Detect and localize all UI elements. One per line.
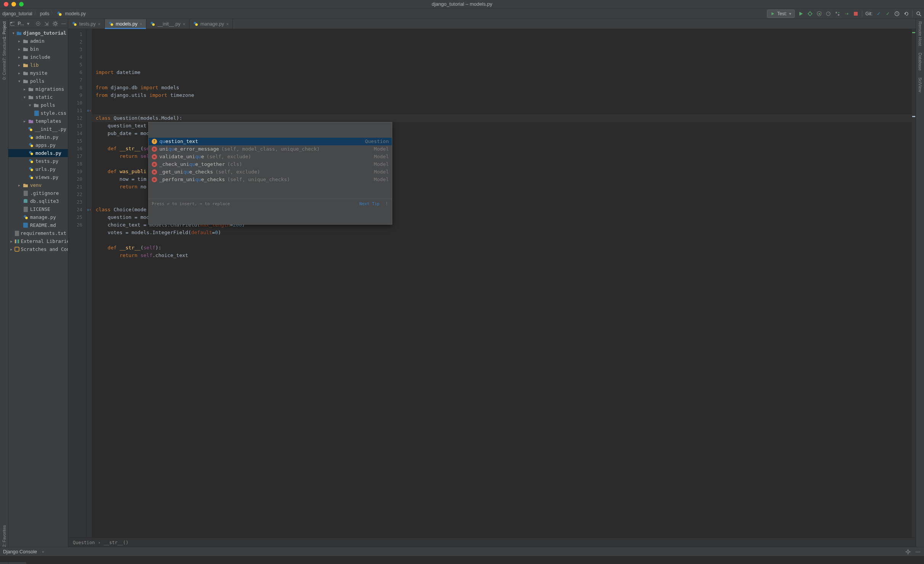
project-tree[interactable]: ▾django_tutorial▸admin▸bin▸include▸lib▸m… bbox=[8, 28, 68, 547]
editor-breadcrumb[interactable]: Question › __str__() bbox=[68, 538, 916, 547]
expand-all-icon[interactable]: ⇲ bbox=[44, 21, 49, 27]
tree-row[interactable]: LICENSE bbox=[8, 205, 68, 213]
close-icon[interactable]: × bbox=[183, 22, 185, 26]
stop-button-icon[interactable] bbox=[853, 11, 859, 17]
stripe-1-project[interactable]: 1: Project bbox=[2, 21, 6, 39]
gutter[interactable]: 1234567891011121314151617181920212223242… bbox=[68, 29, 87, 538]
override-marker-icon[interactable]: o↑ bbox=[87, 107, 92, 114]
chevron-down-icon[interactable]: ▾ bbox=[27, 21, 29, 26]
console-variables[interactable]: ▸ Special Variables bbox=[760, 562, 924, 564]
override-marker-icon[interactable]: o↑ bbox=[87, 206, 92, 214]
hide-panel-icon[interactable]: — bbox=[61, 21, 66, 27]
concurrency-button-icon[interactable] bbox=[834, 11, 841, 17]
tree-row[interactable]: ▸venv bbox=[8, 181, 68, 189]
stripe-database[interactable]: Database bbox=[918, 53, 922, 71]
tree-row[interactable]: ▸migrations bbox=[8, 85, 68, 93]
tree-row[interactable]: __init__.py bbox=[8, 125, 68, 133]
vcs-commit-icon[interactable]: ✓ bbox=[885, 11, 891, 17]
tree-arrow-icon[interactable]: ▾ bbox=[23, 94, 26, 100]
tree-row[interactable]: ▾polls bbox=[8, 77, 68, 85]
editor-tab[interactable]: __init__.py× bbox=[146, 19, 189, 29]
editor-tab[interactable]: manage.py× bbox=[189, 19, 233, 29]
tree-row[interactable]: ▾polls bbox=[8, 101, 68, 109]
tree-row[interactable]: ▾django_tutorial bbox=[8, 29, 68, 37]
autocomplete-item[interactable]: fquestion_textQuestion bbox=[149, 138, 392, 145]
stripe-2-favorites[interactable]: 2: Favorites bbox=[2, 525, 6, 547]
tree-arrow-icon[interactable]: ▸ bbox=[23, 118, 26, 124]
breadcrumb-folder[interactable]: polls bbox=[40, 11, 50, 16]
tree-arrow-icon[interactable]: ▸ bbox=[18, 54, 21, 60]
tree-row[interactable]: ▸Scratches and Consoles bbox=[8, 245, 68, 253]
breadcrumb[interactable]: django_tutorial 〉 polls 〉 models.py bbox=[2, 10, 86, 17]
select-target-icon[interactable] bbox=[35, 21, 41, 27]
tree-row[interactable]: style.css bbox=[8, 109, 68, 117]
tree-arrow-icon[interactable]: ▾ bbox=[12, 30, 15, 36]
tree-arrow-icon[interactable]: ▸ bbox=[18, 182, 21, 188]
editor-breadcrumb-class[interactable]: Question bbox=[73, 540, 95, 545]
stripe-remote-host[interactable]: Remote Host bbox=[918, 21, 922, 46]
tree-row[interactable]: ▸bin bbox=[8, 45, 68, 53]
tree-row[interactable]: README.md bbox=[8, 221, 68, 229]
vcs-rollback-icon[interactable] bbox=[903, 11, 909, 17]
coverage-button-icon[interactable] bbox=[816, 11, 822, 17]
tree-arrow-icon[interactable]: ▸ bbox=[18, 62, 21, 68]
tree-arrow-icon[interactable]: ▾ bbox=[18, 78, 21, 84]
tree-arrow-icon[interactable]: ▸ bbox=[18, 38, 21, 44]
autocomplete-item[interactable]: m_perform_unique_checks(self, unique_che… bbox=[149, 176, 392, 183]
close-icon[interactable]: × bbox=[140, 22, 142, 26]
console-tab-title[interactable]: Django Console bbox=[3, 549, 37, 554]
stripe-sciview[interactable]: SciView bbox=[918, 77, 922, 92]
tree-row[interactable]: requirements.txt bbox=[8, 229, 68, 237]
editor-breadcrumb-member[interactable]: __str__() bbox=[104, 540, 128, 545]
profile-button-icon[interactable] bbox=[825, 11, 831, 17]
close-icon[interactable]: × bbox=[40, 549, 46, 555]
tree-row[interactable]: manage.py bbox=[8, 213, 68, 221]
tree-row[interactable]: ▸include bbox=[8, 53, 68, 61]
tree-row[interactable]: ▸admin bbox=[8, 37, 68, 45]
breadcrumb-root[interactable]: django_tutorial bbox=[2, 11, 32, 16]
console-output[interactable]: Python ConsoleDjango 3.0.6 >>> bbox=[27, 562, 760, 564]
tree-arrow-icon[interactable]: ▾ bbox=[28, 102, 32, 108]
tree-arrow-icon[interactable]: ▸ bbox=[18, 46, 21, 52]
tree-arrow-icon[interactable]: ▸ bbox=[10, 246, 13, 252]
stripe-7-structure[interactable]: 7: Structure bbox=[2, 39, 6, 61]
debug-button-icon[interactable] bbox=[807, 11, 813, 17]
tree-row[interactable]: ▸External Libraries bbox=[8, 237, 68, 245]
stripe-0-commit[interactable]: 0: Commit bbox=[2, 61, 6, 80]
autocomplete-next-tip-link[interactable]: Next Tip bbox=[359, 201, 380, 206]
close-icon[interactable]: × bbox=[98, 22, 100, 26]
tree-arrow-icon[interactable]: ▸ bbox=[23, 86, 26, 92]
tree-row[interactable]: admin.py bbox=[8, 133, 68, 141]
vcs-history-icon[interactable] bbox=[894, 11, 900, 17]
gear-icon[interactable] bbox=[905, 549, 911, 555]
tree-row[interactable]: ▸lib bbox=[8, 61, 68, 69]
autocomplete-item[interactable]: mvalidate_unique(self, exclude)Model bbox=[149, 153, 392, 161]
tree-row[interactable]: .gitignore bbox=[8, 189, 68, 197]
editor-tab[interactable]: tests.py× bbox=[68, 19, 105, 29]
tree-row[interactable]: views.py bbox=[8, 173, 68, 181]
editor-body[interactable]: 1234567891011121314151617181920212223242… bbox=[68, 29, 916, 538]
tree-row[interactable]: models.py bbox=[8, 149, 68, 157]
breadcrumb-file[interactable]: models.py bbox=[65, 11, 86, 16]
autocomplete-popup[interactable]: fquestion_textQuestionmunique_error_mess… bbox=[148, 122, 392, 225]
code-area[interactable]: fquestion_textQuestionmunique_error_mess… bbox=[92, 29, 916, 538]
tree-arrow-icon[interactable]: ▸ bbox=[18, 70, 21, 76]
run-button-icon[interactable] bbox=[798, 11, 804, 17]
tree-row[interactable]: urls.py bbox=[8, 165, 68, 173]
tree-row[interactable]: ▾static bbox=[8, 93, 68, 101]
vcs-update-icon[interactable]: ✓ bbox=[876, 11, 882, 17]
close-icon[interactable]: × bbox=[226, 22, 229, 26]
tree-arrow-icon[interactable]: ▸ bbox=[10, 238, 13, 244]
search-everywhere-icon[interactable] bbox=[916, 11, 922, 17]
autocomplete-item[interactable]: munique_error_message(self, model_class,… bbox=[149, 145, 392, 153]
tree-row[interactable]: ▸mysite bbox=[8, 69, 68, 77]
autocomplete-item[interactable]: m_get_unique_checks(self, exclude)Model bbox=[149, 168, 392, 176]
run-config-selector[interactable]: Test: ▾ bbox=[767, 10, 795, 18]
attach-icon[interactable]: ⇢ bbox=[844, 11, 850, 17]
autocomplete-item[interactable]: m_check_unique_together(cls)Model bbox=[149, 161, 392, 168]
tree-row[interactable]: db.sqlite3 bbox=[8, 197, 68, 205]
project-header-label[interactable]: P... bbox=[18, 21, 24, 26]
tree-row[interactable]: ▸templates bbox=[8, 117, 68, 125]
tree-row[interactable]: tests.py bbox=[8, 157, 68, 165]
tree-row[interactable]: apps.py bbox=[8, 141, 68, 149]
